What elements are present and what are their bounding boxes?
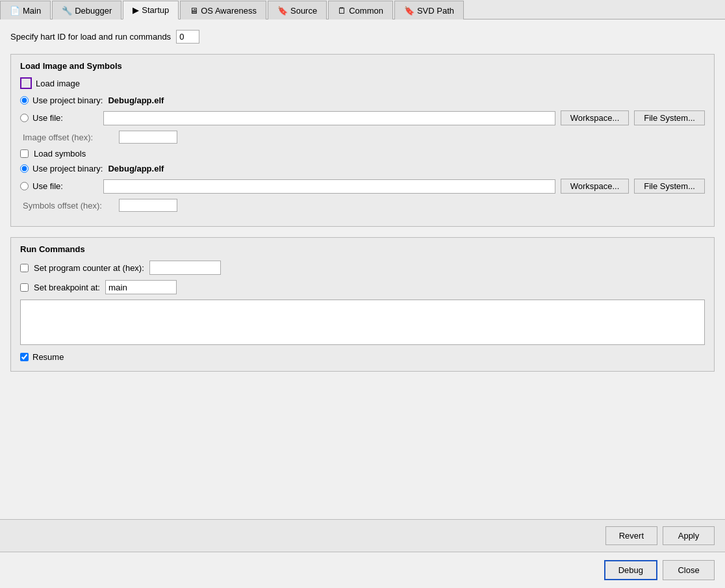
set-program-counter-row: Set program counter at (hex): — [20, 261, 705, 275]
load-symbols-row: Load symbols — [20, 149, 705, 159]
load-symbols-checkbox[interactable] — [20, 149, 29, 158]
set-breakpoint-label: Set breakpoint at: — [34, 283, 100, 292]
set-program-counter-checkbox[interactable] — [20, 264, 29, 272]
tab-startup[interactable]: ▶ Startup — [123, 1, 179, 19]
apply-button[interactable]: Apply — [663, 526, 715, 545]
symbols-offset-row: Symbols offset (hex): — [20, 199, 705, 212]
os-awareness-icon: 🖥 — [190, 6, 198, 16]
run-commands-textarea[interactable] — [20, 300, 705, 345]
tab-main[interactable]: 📄 Main — [0, 1, 51, 19]
tab-debugger[interactable]: 🔧 Debugger — [52, 1, 121, 19]
load-image-row: Load image — [20, 77, 705, 89]
source-icon: 🔖 — [277, 6, 288, 16]
hart-id-input[interactable] — [176, 30, 199, 44]
set-breakpoint-checkbox[interactable] — [20, 283, 29, 292]
load-image-checkbox[interactable] — [20, 77, 32, 89]
tab-os-awareness[interactable]: 🖥 OS Awareness — [180, 1, 266, 19]
symbols-offset-input[interactable] — [119, 199, 177, 212]
resume-checkbox[interactable] — [20, 353, 29, 361]
svd-path-icon: 🔖 — [404, 6, 414, 16]
resume-row: Resume — [20, 352, 705, 362]
tab-svd-path[interactable]: 🔖 SVD Path — [394, 1, 464, 19]
use-file-row-2: Use file: Workspace... File System... — [20, 179, 705, 194]
use-file-input-2[interactable] — [103, 179, 555, 194]
common-icon: 🗒 — [338, 6, 346, 16]
use-project-binary-label-2: Use project binary: — [20, 164, 103, 173]
project-binary-value-2: Debug/app.elf — [108, 164, 164, 173]
set-breakpoint-input[interactable] — [105, 280, 177, 294]
load-image-section-title: Load Image and Symbols — [20, 61, 705, 71]
tab-bar: 📄 Main 🔧 Debugger ▶ Startup 🖥 OS Awarene… — [0, 0, 725, 19]
workspace-button-1[interactable]: Workspace... — [561, 110, 630, 125]
use-project-binary-row-2: Use project binary: Debug/app.elf — [20, 164, 705, 173]
symbols-offset-label: Symbols offset (hex): — [23, 201, 114, 211]
filesystem-button-1[interactable]: File System... — [634, 110, 705, 125]
image-offset-input[interactable] — [119, 131, 177, 144]
set-program-counter-input[interactable] — [149, 261, 221, 275]
use-file-radio-2[interactable] — [20, 182, 29, 190]
use-file-row-1: Use file: Workspace... File System... — [20, 110, 705, 125]
set-program-counter-label: Set program counter at (hex): — [34, 263, 144, 273]
load-image-section: Load Image and Symbols Load image Use pr… — [10, 54, 715, 227]
use-project-binary-row-1: Use project binary: Debug/app.elf — [20, 96, 705, 105]
revert-button[interactable]: Revert — [605, 526, 657, 545]
tab-source[interactable]: 🔖 Source — [268, 1, 327, 19]
startup-icon: ▶ — [133, 5, 139, 15]
hart-id-row: Specify hart ID for load and run command… — [10, 30, 715, 44]
image-offset-row: Image offset (hex): — [20, 131, 705, 144]
close-button[interactable]: Close — [663, 560, 715, 580]
filesystem-button-2[interactable]: File System... — [634, 179, 705, 194]
use-file-label-2: Use file: — [20, 181, 98, 191]
main-content: Specify hart ID for load and run command… — [0, 19, 725, 519]
use-project-binary-label-1: Use project binary: — [20, 96, 103, 105]
debug-button[interactable]: Debug — [604, 560, 657, 580]
resume-label: Resume — [32, 352, 64, 362]
debug-bar: Debug Close — [0, 552, 725, 588]
set-breakpoint-row: Set breakpoint at: — [20, 280, 705, 294]
use-file-label-1: Use file: — [20, 113, 98, 123]
run-commands-title: Run Commands — [20, 244, 705, 254]
workspace-button-2[interactable]: Workspace... — [561, 179, 630, 194]
tab-common[interactable]: 🗒 Common — [328, 1, 393, 19]
load-image-label: Load image — [36, 79, 80, 88]
bottom-bar: Revert Apply — [0, 519, 725, 552]
hart-id-label: Specify hart ID for load and run command… — [10, 32, 171, 42]
run-commands-section: Run Commands Set program counter at (hex… — [10, 237, 715, 372]
use-project-binary-radio-1[interactable] — [20, 96, 29, 105]
load-symbols-label: Load symbols — [34, 149, 86, 159]
main-icon: 📄 — [10, 6, 20, 16]
use-file-radio-1[interactable] — [20, 114, 29, 122]
use-file-input-1[interactable] — [103, 111, 555, 125]
project-binary-value-1: Debug/app.elf — [108, 96, 164, 105]
image-offset-label: Image offset (hex): — [23, 133, 114, 142]
debugger-icon: 🔧 — [62, 6, 72, 16]
use-project-binary-radio-2[interactable] — [20, 164, 29, 173]
